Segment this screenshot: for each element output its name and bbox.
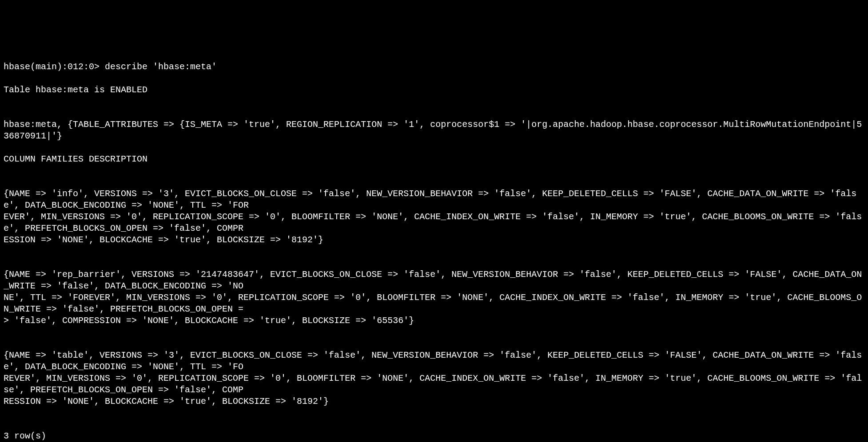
column-family-info: {NAME => 'info', VERSIONS => '3', EVICT_…: [4, 188, 864, 246]
row-count: 3 row(s): [4, 430, 864, 442]
table-status: Table hbase:meta is ENABLED: [4, 84, 864, 96]
column-family-rep-barrier: {NAME => 'rep_barrier', VERSIONS => '214…: [4, 269, 864, 327]
terminal-output: hbase(main):012:0> describe 'hbase:meta'…: [4, 50, 864, 442]
table-attributes: hbase:meta, {TABLE_ATTRIBUTES => {IS_MET…: [4, 119, 864, 142]
prompt-line: hbase(main):012:0> describe 'hbase:meta': [4, 61, 864, 73]
column-families-header: COLUMN FAMILIES DESCRIPTION: [4, 154, 864, 165]
column-family-table: {NAME => 'table', VERSIONS => '3', EVICT…: [4, 350, 864, 407]
